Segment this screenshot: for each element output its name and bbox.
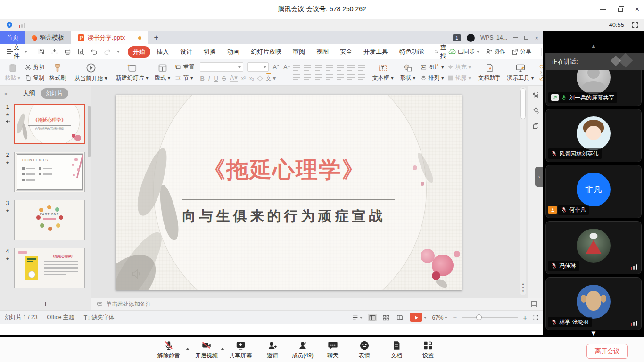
slide-sorter-button[interactable]: [381, 314, 391, 321]
new-slide-button[interactable]: 新建幻灯片 ▾: [115, 63, 150, 82]
video-tile[interactable]: 风景园林刘英伟: [545, 109, 642, 162]
smart-beautify-icon[interactable]: [532, 107, 539, 114]
wps-account-avatar[interactable]: [467, 34, 475, 42]
undo-icon[interactable]: [91, 48, 98, 55]
decrease-indent-icon[interactable]: [315, 65, 322, 71]
numbering-icon[interactable]: [304, 65, 311, 71]
ribbon-tab-animation[interactable]: 动画: [222, 46, 245, 58]
copy-button[interactable]: 复制: [25, 74, 44, 82]
minimize-icon[interactable]: [600, 9, 606, 10]
scrollbar-thumb[interactable]: [520, 88, 526, 119]
close-icon[interactable]: ×: [635, 6, 639, 13]
notes-toggle[interactable]: [352, 315, 363, 320]
layout-button[interactable]: 版式 ▾: [153, 63, 172, 82]
settings-button[interactable]: 设置: [410, 340, 446, 360]
slide-prev-next-buttons[interactable]: ▴▾▾: [520, 282, 526, 293]
sync-status[interactable]: 已同步: [448, 48, 479, 56]
docs-button[interactable]: 文档: [379, 340, 414, 360]
wps-close-icon[interactable]: ×: [535, 35, 538, 41]
paste-button[interactable]: 粘贴 ▾: [3, 63, 22, 82]
outline-tab[interactable]: 大纲: [23, 89, 35, 98]
slide-1-canvas[interactable]: 《拖延心理学》 向与生俱来的行为顽症宣战: [116, 95, 462, 290]
cut-button[interactable]: 剪切: [25, 63, 44, 71]
reset-button[interactable]: 重置: [175, 63, 194, 71]
slide-thumbnail-2[interactable]: 2 CONTENTS: [14, 152, 85, 192]
play-from-current-button[interactable]: 从当前开始 ▾: [73, 63, 108, 82]
collaborate-button[interactable]: 协作: [486, 48, 505, 56]
ribbon-tab-transition[interactable]: 切换: [198, 46, 221, 58]
quickbar-more-icon[interactable]: [117, 51, 120, 53]
wps-restore-icon[interactable]: [524, 36, 528, 40]
save-icon[interactable]: [38, 48, 45, 55]
ribbon-tab-features[interactable]: 特色功能: [394, 46, 429, 58]
superscript-button[interactable]: x²: [241, 75, 246, 81]
slideshow-play-button[interactable]: [410, 313, 427, 322]
theme-name[interactable]: Office 主题: [47, 313, 74, 321]
picture-button[interactable]: 图片 ▾: [421, 63, 444, 71]
collapse-panel-icon[interactable]: [4, 90, 8, 97]
font-size-combo[interactable]: [247, 62, 269, 72]
expand-panel-tab[interactable]: [535, 167, 543, 187]
ribbon-tab-devtools[interactable]: 开发工具: [358, 46, 393, 58]
zoom-slider-thumb[interactable]: [476, 314, 482, 320]
scroll-up-icon[interactable]: [591, 42, 597, 49]
notes-bar[interactable]: 单击此处添加备注: [91, 298, 543, 310]
section-button[interactable]: 节 ▾: [175, 74, 194, 82]
align-left-icon[interactable]: [293, 74, 300, 80]
slide-thumbnail-4[interactable]: 4 《拖延心理学》: [14, 248, 85, 288]
zoom-level[interactable]: 67%: [432, 314, 447, 321]
italic-button[interactable]: I: [208, 75, 210, 82]
slide-thumbnail-1[interactable]: 1 《拖延心理学》 向与生俱来的行为顽症宣战: [14, 104, 85, 144]
clear-format-icon[interactable]: [257, 75, 263, 82]
text-direction-icon[interactable]: [337, 65, 344, 71]
align-center-icon[interactable]: [304, 74, 311, 80]
bold-button[interactable]: B: [200, 75, 204, 82]
start-video-button[interactable]: 开启视频: [189, 340, 224, 360]
print-icon[interactable]: [64, 48, 71, 55]
arrange-button[interactable]: 排列 ▾: [421, 74, 444, 82]
font-color-button[interactable]: A▾: [230, 74, 238, 82]
strikethrough-button[interactable]: S: [222, 75, 226, 82]
outline-button[interactable]: 轮廓 ▾: [447, 74, 471, 82]
pinyin-guide-button[interactable]: 文 ▾: [266, 74, 276, 82]
slides-tab[interactable]: 幻灯片: [41, 88, 68, 99]
video-tile[interactable]: 非凡 何非凡: [545, 165, 642, 218]
object-properties-icon[interactable]: [532, 91, 539, 99]
font-name-combo[interactable]: [200, 62, 243, 72]
reactions-button[interactable]: 表情: [347, 340, 382, 360]
normal-view-button[interactable]: [368, 314, 377, 321]
present-tools-button[interactable]: 演示工具 ▾: [505, 63, 535, 82]
paragraph-settings-icon[interactable]: [358, 74, 365, 80]
columns-icon[interactable]: [347, 74, 355, 80]
increase-font-icon[interactable]: A: [272, 64, 277, 71]
notification-badge[interactable]: 1: [453, 34, 461, 41]
textbox-button[interactable]: 文本框 ▾: [371, 63, 395, 82]
scroll-down-icon[interactable]: [590, 329, 597, 337]
slide-thumbnail-3[interactable]: 3: [14, 200, 85, 240]
shapes-button[interactable]: 形状 ▾: [398, 63, 417, 82]
ribbon-tab-review[interactable]: 审阅: [288, 46, 310, 58]
new-tab-button[interactable]: [148, 31, 164, 44]
video-tile[interactable]: 冯佳琳: [545, 221, 642, 274]
fit-slide-icon[interactable]: [532, 314, 538, 321]
restore-icon[interactable]: [618, 8, 623, 12]
decrease-font-icon[interactable]: A: [283, 64, 288, 71]
wps-home-tab[interactable]: 首页: [0, 31, 25, 44]
bullets-icon[interactable]: [293, 65, 300, 71]
zoom-in-button[interactable]: +: [523, 314, 527, 321]
ribbon-tab-insert[interactable]: 插入: [151, 46, 174, 58]
wps-document-tab[interactable]: 读书分享.pptx: [71, 31, 148, 44]
line-spacing-icon[interactable]: [347, 65, 355, 71]
paragraph-more-icon[interactable]: [358, 65, 365, 71]
increase-indent-icon[interactable]: [326, 65, 333, 71]
wps-docer-tab[interactable]: 稻壳模板: [25, 31, 71, 44]
unmute-button[interactable]: 解除静音: [151, 340, 187, 360]
security-shield-icon[interactable]: [6, 21, 13, 29]
file-menu[interactable]: 文件: [4, 43, 30, 60]
print-preview-icon[interactable]: [77, 48, 84, 55]
video-tile[interactable]: 林学 张曼羽: [545, 277, 642, 330]
ribbon-tab-design[interactable]: 设计: [175, 46, 198, 58]
redo-icon[interactable]: [104, 48, 111, 55]
add-slide-button[interactable]: [0, 299, 91, 309]
distribute-icon[interactable]: [337, 74, 344, 80]
